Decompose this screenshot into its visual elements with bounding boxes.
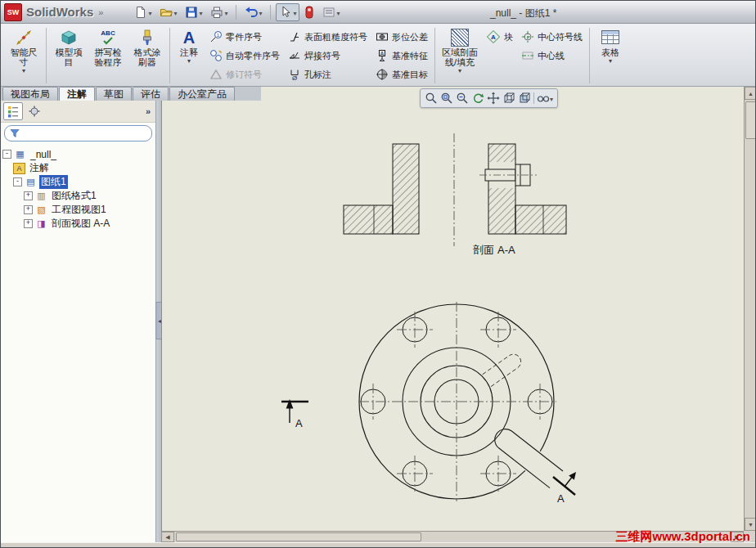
drawing-canvas[interactable]: 剖面 A-A (162, 87, 745, 531)
tab-view-layout[interactable]: 视图布局 (2, 87, 58, 101)
tab-sketch[interactable]: 草图 (96, 87, 132, 101)
datum-feature-button[interactable]: A 基准特征 (371, 47, 432, 65)
chevron-down-icon[interactable] (550, 92, 553, 104)
zoom-fit-button[interactable] (425, 92, 438, 105)
button-label: 修订符号 (226, 69, 262, 81)
chevron-down-icon[interactable] (293, 7, 296, 18)
tab-evaluate[interactable]: 评估 (133, 87, 169, 101)
tab-annotation[interactable]: 注解 (59, 87, 95, 101)
button-label: 注释 (173, 47, 205, 57)
surface-finish-button[interactable]: 表面粗糙度符号 (284, 28, 371, 46)
ribbon-separator (589, 28, 590, 83)
rebuild-button[interactable] (301, 3, 317, 21)
chevron-down-icon[interactable] (173, 7, 177, 18)
chevron-down-icon[interactable]: ▾ (22, 67, 25, 74)
chevron-down-icon[interactable] (336, 7, 340, 18)
tree-filter[interactable] (4, 125, 152, 141)
auto-balloon-button[interactable]: 自动零件序号 (205, 47, 284, 65)
note-button[interactable]: A 注释 ▾ (173, 25, 205, 86)
chevron-down-icon[interactable]: ▾ (458, 67, 461, 74)
tab-office-products[interactable]: 办公室产品 (169, 87, 235, 101)
scroll-up-button[interactable]: ▲ (745, 87, 756, 100)
button-label: 模型项目 (52, 47, 85, 67)
horizontal-scroll-thumb[interactable] (176, 532, 421, 541)
expander-icon[interactable]: + (24, 191, 33, 200)
tables-button[interactable]: 表格 ▾ (592, 25, 628, 86)
expander-icon[interactable]: - (2, 150, 11, 159)
smart-dimension-icon (15, 27, 33, 47)
open-folder-icon (160, 6, 173, 19)
chevron-down-icon[interactable] (199, 7, 202, 18)
options-button[interactable] (319, 3, 343, 21)
section-view[interactable]: 剖面 A-A (344, 133, 566, 256)
tree-item-sheet1[interactable]: - ▤ 图纸1 (13, 175, 154, 189)
vertical-scrollbar[interactable]: ▲ ▼ (744, 87, 756, 531)
spell-checker-button[interactable]: ABC 拼写检验程序 (88, 25, 128, 86)
expander-icon[interactable]: + (24, 219, 33, 228)
block-button[interactable]: A 块 (482, 28, 517, 46)
view-orientation-button[interactable] (502, 92, 515, 105)
select-button[interactable] (276, 3, 299, 21)
model-items-button[interactable]: 模型项目 (49, 25, 88, 86)
window-title: _null_ - 图纸1 * (490, 7, 556, 20)
print-button[interactable] (207, 3, 231, 21)
brand-text: SolidWorks (26, 5, 93, 19)
area-hatch-button[interactable]: 区域剖面线/填充 ▾ (438, 25, 482, 86)
chevron-down-icon[interactable]: ▾ (187, 57, 191, 65)
button-label: 基准目标 (392, 69, 428, 81)
datum-target-button[interactable]: 基准目标 (371, 65, 432, 83)
filter-input[interactable] (23, 128, 146, 139)
expander-icon[interactable]: + (24, 205, 33, 214)
scroll-left-button[interactable]: ◀ (161, 532, 174, 542)
undo-button[interactable] (241, 3, 265, 21)
pan-button[interactable] (487, 92, 500, 105)
button-label: 自动零件序号 (226, 50, 280, 62)
save-button[interactable] (182, 3, 205, 21)
tree-item-annotations[interactable]: A 注解 (13, 161, 154, 175)
drawing-sheet[interactable]: 剖面 A-A (161, 87, 744, 531)
display-style-button[interactable] (518, 92, 531, 105)
zoom-area-button[interactable] (440, 92, 453, 105)
weld-symbol-button[interactable]: 焊接符号 (284, 47, 371, 65)
centerline-button[interactable]: 中心线 (517, 47, 587, 65)
button-label: 零件序号 (226, 31, 262, 43)
expander-icon[interactable]: - (13, 177, 22, 186)
feature-manager-tab[interactable] (3, 102, 23, 120)
chevron-down-icon[interactable] (224, 7, 227, 18)
chevron-down-icon[interactable]: ▾ (609, 57, 612, 65)
filter-funnel-icon (10, 128, 20, 138)
weld-symbol-icon (288, 49, 301, 62)
view-settings-glasses-icon (537, 92, 550, 105)
quick-toolbar (131, 3, 343, 21)
drawing-view[interactable]: A A (281, 302, 576, 505)
rotate-view-icon (471, 92, 484, 105)
new-document-button[interactable] (131, 3, 155, 21)
vertical-scroll-thumb[interactable] (745, 101, 756, 139)
center-mark-button[interactable]: 中心符号线 (517, 28, 587, 46)
tree-item-drawing-view1[interactable]: + ▧ 工程图视图1 (24, 203, 154, 217)
chevron-down-icon[interactable] (259, 7, 262, 18)
smart-dimension-button[interactable]: 智能尺寸 ▾ (4, 25, 43, 86)
tree-item-section-view-aa[interactable]: + ◨ 剖面视图 A-A (24, 217, 154, 231)
open-button[interactable] (156, 3, 180, 21)
revision-symbol-button[interactable]: 修订符号 (205, 65, 284, 83)
solidworks-window: SW SolidWorks » (0, 0, 756, 548)
sheet-icon: ▤ (25, 177, 37, 188)
chevron-down-icon[interactable] (148, 7, 151, 18)
table-icon (601, 30, 619, 44)
zoom-previous-button[interactable] (456, 92, 469, 105)
spell-checker-icon: ABC (101, 27, 115, 47)
geometric-tolerance-button[interactable]: 形位公差 (371, 28, 432, 46)
rotate-view-button[interactable] (471, 92, 484, 105)
hole-callout-icon: Ø (288, 68, 301, 81)
annotations-icon: A (13, 163, 25, 174)
tree-item-root[interactable]: - ▦ _null_ (2, 147, 154, 161)
balloon-button[interactable]: 1 零件序号 (205, 28, 284, 46)
tree-item-sheet-format1[interactable]: + ▥ 图纸格式1 (24, 189, 154, 203)
panel-overflow-icon[interactable]: » (146, 106, 153, 116)
property-manager-tab[interactable] (25, 102, 44, 120)
hole-callout-button[interactable]: Ø 孔标注 (284, 65, 371, 83)
toolbar-overflow-icon[interactable]: » (98, 7, 103, 17)
format-painter-button[interactable]: 格式涂刷器 (128, 25, 167, 86)
view-settings-button[interactable] (537, 92, 553, 105)
